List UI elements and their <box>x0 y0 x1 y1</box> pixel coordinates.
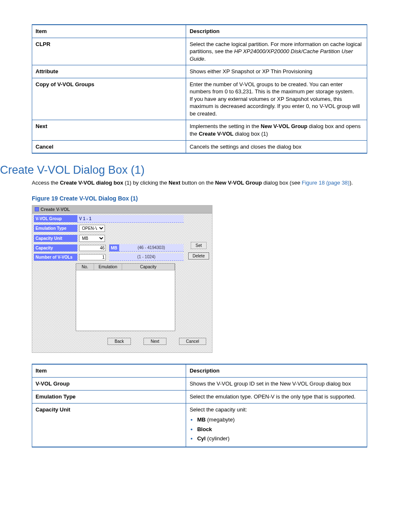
cancel-button[interactable]: Cancel <box>179 338 206 345</box>
number-vvols-input[interactable] <box>79 254 106 260</box>
th-desc: Description <box>186 25 367 38</box>
cell-item: Next <box>32 120 186 140</box>
item-description-table-2: Item Description V-VOL Group Shows the V… <box>32 364 367 447</box>
capacity-label: Capacity <box>34 244 77 252</box>
cell-desc: Cancels the settings and closes the dial… <box>186 140 367 153</box>
delete-button[interactable]: Delete <box>188 252 210 260</box>
cell-desc: Shows either XP Snapshot or XP Thin Prov… <box>186 65 367 78</box>
emulation-type-select[interactable]: OPEN-V <box>79 225 105 232</box>
vvol-list[interactable]: No. Emulation Capacity <box>76 263 175 331</box>
back-button[interactable]: Back <box>107 338 131 345</box>
vvol-group-label: V-VOL Group <box>34 215 77 222</box>
col-emulation: Emulation <box>94 264 122 270</box>
cell-item: Copy of V-VOL Groups <box>32 78 186 120</box>
th-item: Item <box>32 364 186 378</box>
item-description-table-1: Item Description CLPR Select the cache l… <box>32 24 367 154</box>
vvol-group-value: V 1 - 1 <box>77 215 184 223</box>
cell-item: Attribute <box>32 65 186 78</box>
col-capacity: Capacity <box>122 264 175 270</box>
cell-item: Emulation Type <box>32 391 186 403</box>
cell-item: V-VOL Group <box>32 377 186 390</box>
section-heading: Create V-VOL Dialog Box (1) <box>0 164 367 177</box>
window-icon <box>35 207 39 211</box>
list-item: Block <box>197 426 363 433</box>
cell-desc: Implements the setting in the New V-VOL … <box>186 120 367 140</box>
cell-item: Cancel <box>32 140 186 153</box>
capacity-unit-label: Capacity Unit <box>34 235 77 242</box>
cell-desc: Select the capacity unit: MB (megabyte) … <box>186 403 367 447</box>
th-item: Item <box>32 25 186 38</box>
cell-item: CLPR <box>32 38 186 65</box>
cell-desc: Select the emulation type. OPEN-V is the… <box>186 391 367 403</box>
next-button[interactable]: Next <box>143 338 166 345</box>
create-vvol-dialog: Create V-VOL V-VOL Group V 1 - 1 Emulati… <box>32 205 212 353</box>
th-desc: Description <box>186 364 367 378</box>
capacity-input[interactable] <box>79 245 106 251</box>
emulation-type-label: Emulation Type <box>34 225 77 232</box>
dialog-title-text: Create V-VOL <box>41 207 70 212</box>
list-header: No. Emulation Capacity <box>76 264 175 270</box>
number-vvols-range: (1 - 1024) <box>109 253 184 261</box>
cell-desc: Select the cache logical partition. For … <box>186 38 367 65</box>
dialog-titlebar: Create V-VOL <box>32 206 212 213</box>
figure-caption: Figure 19 Create V-VOL Dialog Box (1) <box>32 195 367 202</box>
capacity-range: (46 - 4194303) <box>119 244 184 252</box>
list-item: Cyl (cylinder) <box>197 435 363 442</box>
number-vvols-label: Number of V-VOLs <box>34 254 77 261</box>
list-item: MB (megabyte) <box>197 416 363 424</box>
cell-desc: Enter the number of V-VOL groups to be c… <box>186 78 367 120</box>
intro-paragraph: Access the Create V-VOL dialog box (1) b… <box>32 179 367 187</box>
capacity-unit-text: MB <box>109 244 119 252</box>
figure-link[interactable]: Figure 18 (page 38) <box>302 180 349 186</box>
col-no: No. <box>76 264 94 270</box>
set-button[interactable]: Set <box>191 242 206 249</box>
cell-item: Capacity Unit <box>32 403 186 447</box>
cell-desc: Shows the V-VOL group ID set in the New … <box>186 377 367 390</box>
capacity-unit-select[interactable]: MB <box>79 235 105 242</box>
